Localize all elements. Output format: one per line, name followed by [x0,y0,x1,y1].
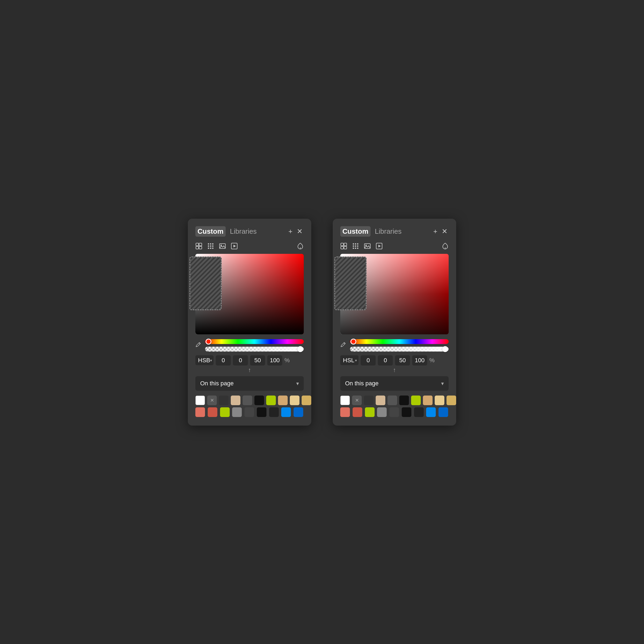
mode-select-right[interactable]: HSL HSB RGB HEX [340,355,358,365]
svg-point-10 [208,247,209,249]
sat-value-left[interactable] [233,355,248,365]
close-button-right[interactable]: ✕ [441,226,449,237]
svg-rect-19 [341,246,343,249]
dropper-icon-right[interactable] [442,243,449,250]
swatch-darkest-left[interactable] [254,396,264,405]
swatch-black-left[interactable] [257,407,266,417]
swatch-tan-left[interactable] [231,396,240,405]
dropper-icon-left[interactable] [297,243,304,250]
hue-slider-left[interactable] [205,339,304,344]
sliders-col-right [350,339,449,352]
image-icon-left[interactable] [219,243,226,250]
swatches-right: ✕ [340,396,449,417]
swatch-lime-left[interactable] [266,396,276,405]
alpha-slider-right[interactable] [350,347,449,352]
svg-point-23 [357,243,358,244]
alpha-value-right[interactable] [412,355,427,365]
swatch-white-left[interactable] [195,396,205,405]
add-button-left[interactable]: + [287,226,294,237]
swatch-x-right[interactable]: ✕ [352,396,362,405]
dots-icon-left[interactable] [207,243,214,250]
grid-icon-left[interactable] [195,243,202,250]
swatch-gray-left[interactable] [243,396,252,405]
bright-value-left[interactable] [250,355,265,365]
swatch-cream-right[interactable] [435,396,444,405]
alpha-slider-left[interactable] [205,347,304,352]
swatch-wheat-right[interactable] [423,396,433,405]
dots-icon-right[interactable] [352,243,359,250]
swatch-blue-left[interactable] [281,407,291,417]
hue-value-right[interactable] [361,355,376,365]
svg-rect-13 [219,244,225,248]
play-icon-right[interactable] [376,243,383,250]
custom-tab-right[interactable]: Custom [340,226,371,237]
swatch-x-left[interactable]: ✕ [207,396,217,405]
swatches-grid-row2-right [340,407,449,417]
page-dropdown-label-right: On this page [345,380,441,387]
swatch-red-left[interactable] [208,407,217,417]
icon-row-right [340,243,449,250]
panel-header-right: Custom Libraries + ✕ [340,226,449,237]
mode-select-left[interactable]: HSB HSL RGB HEX [195,355,214,365]
left-color-picker: Custom Libraries + ✕ [188,219,311,426]
swatch-darkblue-left[interactable] [294,407,303,417]
swatch-nearblack-right[interactable] [414,407,424,417]
swatch-nearblack-left[interactable] [269,407,279,417]
close-button-left[interactable]: ✕ [296,226,304,237]
svg-rect-1 [199,243,202,246]
svg-point-27 [353,247,354,249]
swatch-gray-right[interactable] [387,396,397,405]
swatch-lime2-right[interactable] [365,407,375,417]
grid-icon-right[interactable] [340,243,347,250]
swatch-blue-right[interactable] [426,407,436,417]
svg-rect-30 [364,244,370,248]
custom-tab-left[interactable]: Custom [195,226,226,237]
swatch-darkest-right[interactable] [399,396,409,405]
eyedropper-button-left[interactable] [195,342,201,349]
svg-point-8 [210,245,211,247]
value-row-right: HSL HSB RGB HEX ▾ % [340,355,449,365]
hue-slider-right[interactable] [350,339,449,344]
swatch-red-right[interactable] [353,407,362,417]
swatch-darkblue-right[interactable] [438,407,448,417]
swatch-gold-right[interactable] [447,396,456,405]
swatch-lime2-left[interactable] [220,407,230,417]
swatch-medgray-right[interactable] [377,407,387,417]
alpha-value-left[interactable] [267,355,282,365]
swatch-darkgray-left[interactable] [244,407,254,417]
page-dropdown-right[interactable]: On this page ▾ [340,376,449,391]
hue-value-left[interactable] [216,355,231,365]
svg-rect-2 [196,246,199,249]
swatch-dark1-left[interactable] [219,396,229,405]
swatch-lime-right[interactable] [411,396,421,405]
sliders-area-right [340,339,449,352]
dashed-preview-left [189,257,222,310]
arrow-up-icon-right: ↑ [393,367,396,374]
play-icon-left[interactable] [231,243,238,250]
swatch-darkgray-right[interactable] [389,407,399,417]
panel-header-left: Custom Libraries + ✕ [195,226,304,237]
swatch-medgray-left[interactable] [232,407,242,417]
swatch-black-right[interactable] [402,407,411,417]
libraries-tab-left[interactable]: Libraries [228,226,259,237]
value-row-left: HSB HSL RGB HEX ▾ % [195,355,304,365]
image-icon-right[interactable] [364,243,371,250]
eyedropper-button-right[interactable] [340,342,346,349]
swatch-gold-left[interactable] [302,396,311,405]
mode-select-wrap-right: HSL HSB RGB HEX ▾ [340,355,358,365]
swatch-wheat-left[interactable] [278,396,288,405]
svg-point-12 [212,247,214,249]
libraries-tab-right[interactable]: Libraries [373,226,404,237]
swatch-cream-left[interactable] [290,396,299,405]
swatch-salmon-right[interactable] [340,407,350,417]
page-dropdown-left[interactable]: On this page ▾ [195,376,304,391]
swatch-white-right[interactable] [340,396,350,405]
swatch-dark1-right[interactable] [364,396,374,405]
add-button-right[interactable]: + [432,226,438,237]
bright-value-right[interactable] [395,355,410,365]
swatch-tan-right[interactable] [376,396,385,405]
svg-point-16 [196,346,197,347]
swatch-salmon-left[interactable] [195,407,205,417]
svg-point-21 [353,243,354,244]
sat-value-right[interactable] [378,355,393,365]
